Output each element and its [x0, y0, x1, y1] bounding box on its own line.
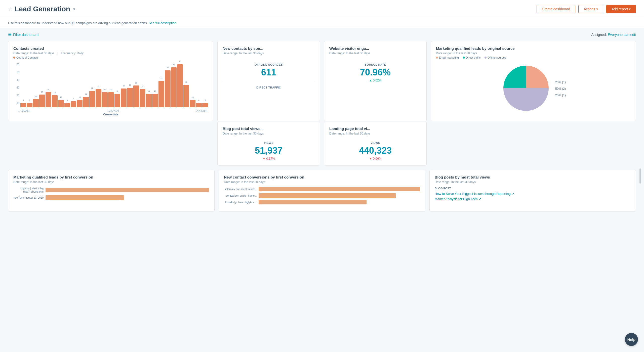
hbar-bar [46, 188, 209, 192]
toolbar: ☰ Filter dashboard Assigned: Everyone ca… [0, 28, 644, 41]
blog-views-value: 51,937 [223, 145, 315, 156]
blog-post-views-card: Blog post total views... Date range: In … [217, 121, 320, 166]
bar: 53 [171, 67, 177, 107]
mql-conversion-title: Marketing qualified leads by first conve… [13, 175, 209, 179]
blog-item[interactable]: How to Solve Your Biggest Issues through… [435, 192, 631, 196]
landing-page-views-subtitle: Date range: In the last 30 days [329, 132, 421, 135]
mql-conversion-card: Marketing qualified leads by first conve… [8, 170, 215, 212]
contacts-created-subtitle: Date range: In the last 30 days | Freque… [13, 52, 208, 55]
create-dashboard-button[interactable]: Create dashboard [537, 5, 575, 13]
bounce-rate-value: 70.96% [329, 67, 421, 78]
website-visitor-title: Website visitor enga... [329, 46, 421, 51]
bar: 49 [165, 70, 171, 107]
bar: 18 [152, 94, 158, 107]
blog-views-change: ▼ 0.17% [223, 157, 315, 160]
new-contact-conversions-card: New contact conversions by first convers… [219, 170, 425, 212]
assigned-label: Assigned: [591, 33, 607, 37]
bar: 22 [89, 91, 95, 107]
bar: 11 [33, 99, 39, 107]
bar: 20 [108, 92, 114, 107]
bar: 6 [64, 103, 70, 107]
pie-label-1: 25% (1) [555, 80, 566, 84]
blog-post-views-title: Blog post total views... [223, 126, 315, 131]
hbar-row: comparison guide - frame... [224, 193, 420, 198]
mql-conversion-subtitle: Date range: In the last 30 days [13, 180, 209, 184]
landing-views-value: 440,323 [329, 145, 421, 156]
bar: 8 [71, 101, 76, 107]
description-bar: Use this dashboard to understand how our… [0, 18, 644, 28]
new-contacts-title: New contacts by sou... [223, 46, 315, 51]
pie-label-2: 50% (2) [555, 87, 566, 91]
pie-label-3: 25% (1) [555, 94, 566, 97]
bar: 10 [77, 100, 83, 107]
header: ☆ Lead Generation ▾ Create dashboard Act… [0, 0, 644, 18]
filter-icon: ☰ [8, 32, 12, 37]
add-report-button[interactable]: Add report ▾ [606, 5, 636, 13]
see-full-description-link[interactable]: See full description [149, 21, 176, 25]
scrollbar[interactable] [639, 168, 641, 184]
contacts-created-card: Contacts created Date range: In the last… [8, 41, 213, 121]
bounce-rate-label: BOUNCE RATE [329, 63, 421, 66]
bar: 20 [102, 92, 108, 107]
new-contacts-card: New contacts by sou... Date range: In th… [217, 41, 320, 121]
hbar-row: internal - document viewer... [224, 187, 420, 191]
blog-list: BLOG POST How to Solve Your Biggest Issu… [435, 187, 631, 201]
landing-page-views-title: Landing page total vi... [329, 126, 421, 131]
bar: 24 [96, 89, 101, 107]
pie-chart [501, 63, 551, 113]
blog-views-label: VIEWS [223, 141, 315, 144]
bar: 35 [158, 81, 164, 107]
hbar-row: new form (august 13, 2020 [13, 195, 209, 200]
contacts-created-title: Contacts created [13, 46, 208, 51]
blog-posts-title: Blog posts by most total views [435, 175, 631, 179]
bar: 6 [196, 103, 202, 107]
bar: 14 [83, 97, 89, 107]
bar: 30 [183, 85, 189, 107]
website-visitor-card: Website visitor enga... Date range: In t… [324, 41, 427, 121]
mql-original-card: Marketing qualified leads by original so… [431, 41, 636, 121]
description-text: Use this dashboard to understand how our… [8, 21, 148, 25]
bar: 6 [27, 103, 32, 107]
assigned-value[interactable]: Everyone can edit [608, 33, 636, 37]
hbar-bar [259, 200, 367, 204]
bar: 6 [20, 103, 26, 107]
hbar-row: knowledge base: biglytics ... [224, 200, 420, 204]
new-contacts-metric1-value: 611 [223, 67, 315, 78]
landing-views-label: VIEWS [329, 141, 421, 144]
star-icon[interactable]: ☆ [8, 6, 13, 12]
bounce-rate-change: ▲ 0.02% [329, 79, 421, 82]
actions-button[interactable]: Actions ▾ [578, 5, 603, 13]
new-contacts-subtitle: Date range: In the last 30 days [223, 52, 315, 55]
mql-original-title: Marketing qualified leads by original so… [436, 46, 631, 51]
website-visitor-subtitle: Date range: In the last 30 days [329, 52, 421, 55]
contacts-created-legend: Count of Contacts [13, 56, 208, 59]
blog-item[interactable]: Market Analysis for High Tech ↗ [435, 197, 631, 201]
blog-post-header: BLOG POST [435, 187, 631, 190]
new-contacts-metric1-label: OFFLINE SOURCES [223, 63, 315, 66]
bar: 57 [177, 64, 183, 107]
bar: 29 [133, 85, 139, 107]
bar: 18 [114, 94, 120, 107]
x-axis-title: Create date [13, 113, 208, 116]
hbar-bar [259, 193, 396, 198]
bar-chart-area: 6611172016106810142224202018252629241818… [20, 62, 208, 107]
bar: 10 [58, 100, 64, 107]
title-dropdown-icon[interactable]: ▾ [73, 7, 75, 11]
blog-post-views-subtitle: Date range: In the last 30 days [223, 132, 315, 135]
bar: 6 [202, 103, 208, 107]
landing-views-change: ▼ 0.06% [329, 157, 421, 160]
new-contact-subtitle: Date range: In the last 30 days [224, 180, 420, 184]
hbar-bar [46, 195, 124, 200]
blog-posts-card: Blog posts by most total views Date rang… [429, 170, 636, 212]
mql-original-subtitle: Date range: In the last 30 days [436, 52, 631, 55]
hbar-row: biglytics | what is big data?: ebook for… [13, 187, 209, 193]
landing-page-views-card: Landing page total vi... Date range: In … [324, 121, 427, 166]
header-right: Create dashboard Actions ▾ Add report ▾ [537, 5, 636, 13]
bar: 18 [146, 94, 152, 107]
filter-dashboard-button[interactable]: ☰ Filter dashboard [8, 32, 38, 37]
new-contact-chart: internal - document viewer...comparison … [224, 187, 420, 204]
header-left: ☆ Lead Generation ▾ [8, 5, 75, 13]
bar: 24 [140, 89, 145, 107]
bar: 16 [52, 95, 58, 107]
blog-posts-subtitle: Date range: In the last 30 days [435, 180, 631, 184]
